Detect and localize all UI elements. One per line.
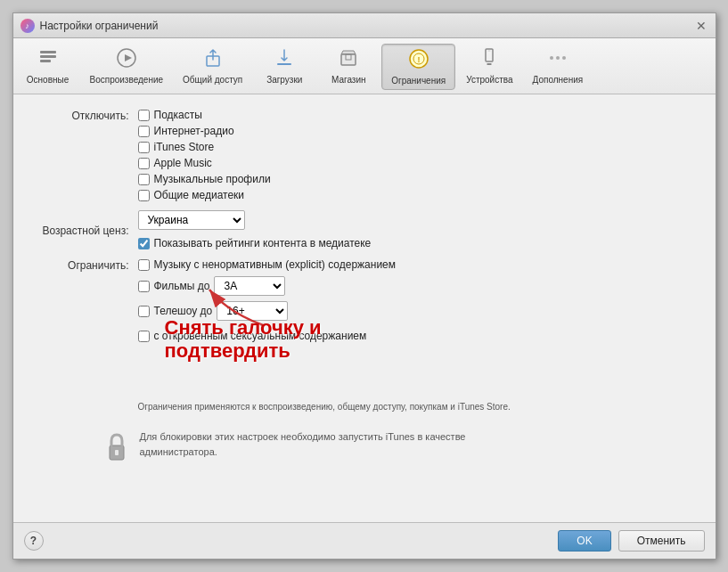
age-rating-select[interactable]: Украина	[138, 210, 245, 230]
device-label: Устройства	[466, 75, 512, 85]
show-ratings-row: Показывать рейтинги контента в медиатеке	[138, 237, 698, 249]
restrict-tvshows-row: Телешоу до 0+6+12+16+18+	[138, 301, 698, 321]
content-area: Отключить: Подкасты Интернет-радио iTune…	[13, 94, 716, 522]
restrict-tvshows-checkbox[interactable]	[138, 306, 150, 317]
checkbox-apple-music-label[interactable]: Apple Music	[154, 157, 212, 169]
toolbar-item-store[interactable]: Магазин	[317, 44, 380, 90]
svg-rect-14	[488, 51, 491, 52]
checkbox-podcasts: Подкасты	[138, 109, 698, 121]
svg-point-15	[550, 56, 553, 60]
restrict-movies-label[interactable]: Фильмы до	[154, 280, 210, 292]
checkbox-itunes-store-input[interactable]	[138, 142, 150, 153]
disable-section: Отключить: Подкасты Интернет-радио iTune…	[31, 109, 698, 201]
restrict-sexual-row: с откровенным сексуальным содержанием	[138, 330, 698, 342]
restrict-tvshows-label[interactable]: Телешоу до	[154, 305, 213, 317]
device-icon	[479, 47, 500, 72]
restrict-content: Музыку с ненормативным (explicit) содерж…	[138, 258, 698, 413]
age-rating-section: Возрастной ценз: Украина Показывать рейт…	[31, 210, 698, 249]
toolbar-item-extra[interactable]: Дополнения	[524, 44, 593, 90]
checkbox-radio-input[interactable]	[138, 126, 150, 137]
footer-buttons: OK Отменить	[558, 530, 704, 552]
store-icon	[338, 47, 359, 72]
play-icon	[116, 47, 137, 72]
lock-svg	[102, 431, 131, 463]
ok-button[interactable]: OK	[558, 530, 610, 552]
svg-rect-1	[40, 55, 56, 58]
age-rating-select-row: Украина	[138, 210, 698, 230]
cancel-button[interactable]: Отменить	[618, 530, 705, 552]
title-bar-left: ♪ Настройки ограничений	[20, 19, 159, 33]
checkbox-music-profiles: Музыкальные профили	[138, 173, 698, 185]
restrict-sexual-checkbox[interactable]	[138, 331, 150, 342]
show-ratings-label[interactable]: Показывать рейтинги контента в медиатеке	[154, 237, 372, 249]
svg-rect-0	[40, 51, 56, 53]
show-ratings-checkbox[interactable]	[138, 238, 150, 249]
checkbox-itunes-store-label[interactable]: iTunes Store	[154, 141, 215, 153]
svg-point-17	[562, 56, 566, 60]
toolbar-item-basic[interactable]: Основные	[17, 44, 79, 90]
svg-text:!: !	[417, 55, 420, 64]
info-text: Ограничения применяются к воспроизведени…	[138, 401, 521, 413]
toolbar-item-share[interactable]: Общий доступ	[174, 44, 251, 90]
close-button[interactable]: ✕	[694, 19, 708, 33]
checkbox-music-profiles-label[interactable]: Музыкальные профили	[154, 173, 271, 185]
svg-marker-4	[125, 54, 132, 61]
disable-checkboxes: Подкасты Интернет-радио iTunes Store App…	[138, 109, 698, 201]
share-icon	[202, 47, 224, 72]
restrict-label: Ограничения	[391, 76, 446, 86]
lock-section: Для блокировки этих настроек необходимо …	[102, 421, 548, 478]
toolbar-item-restrict[interactable]: ! Ограничения	[381, 44, 455, 90]
svg-point-16	[556, 56, 560, 60]
checkbox-podcasts-label[interactable]: Подкасты	[154, 109, 202, 121]
lock-text: Для блокировки этих настроек необходимо …	[140, 429, 479, 459]
checkbox-shared-libraries-input[interactable]	[138, 190, 150, 201]
age-rating-label: Возрастной ценз:	[31, 224, 138, 237]
disable-label: Отключить:	[31, 109, 138, 122]
download-label: Загрузки	[266, 75, 302, 85]
checkbox-shared-libraries-label[interactable]: Общие медиатеки	[154, 189, 245, 201]
restrict-movies-row: Фильмы до 3A6+12+16+18+	[138, 276, 698, 296]
checkbox-radio: Интернет-радио	[138, 125, 698, 137]
toolbar: Основные Воспроизведение Общий доступ За…	[13, 38, 716, 94]
toolbar-item-download[interactable]: Загрузки	[253, 44, 315, 90]
movies-select[interactable]: 3A6+12+16+18+	[214, 276, 285, 296]
toolbar-item-device[interactable]: Устройства	[457, 44, 521, 90]
main-window: ♪ Настройки ограничений ✕ Основные Воспр…	[12, 12, 716, 560]
restrict-icon: !	[408, 48, 429, 73]
share-label: Общий доступ	[183, 75, 242, 85]
svg-rect-2	[40, 60, 51, 62]
restrict-section: Ограничить: Музыку с ненормативным (expl…	[31, 258, 698, 413]
basic-icon	[37, 47, 59, 72]
window-title: Настройки ограничений	[40, 20, 159, 32]
svg-rect-20	[115, 450, 119, 455]
svg-rect-13	[487, 63, 492, 65]
help-button[interactable]: ?	[24, 531, 44, 551]
download-icon	[274, 47, 295, 72]
restrict-label-text: Ограничить:	[31, 258, 138, 272]
footer: ? OK Отменить	[13, 522, 716, 559]
restrict-explicit-row: Музыку с ненормативным (explicit) содерж…	[138, 258, 698, 271]
toolbar-item-play[interactable]: Воспроизведение	[81, 44, 173, 90]
info-text-container: Ограничения применяются к воспроизведени…	[138, 401, 698, 413]
checkbox-radio-label[interactable]: Интернет-радио	[154, 125, 234, 137]
checkbox-apple-music-input[interactable]	[138, 158, 150, 169]
lock-icon	[102, 431, 131, 470]
checkbox-shared-libraries: Общие медиатеки	[138, 189, 698, 201]
restrict-movies-checkbox[interactable]	[138, 281, 150, 292]
checkbox-music-profiles-input[interactable]	[138, 174, 150, 185]
title-bar: ♪ Настройки ограничений ✕	[13, 13, 716, 38]
age-rating-content: Украина Показывать рейтинги контента в м…	[138, 210, 698, 249]
tvshows-select[interactable]: 0+6+12+16+18+	[217, 301, 288, 321]
checkbox-podcasts-input[interactable]	[138, 110, 150, 121]
restrict-sexual-label[interactable]: с откровенным сексуальным содержанием	[154, 330, 367, 342]
svg-rect-6	[277, 63, 291, 65]
restrict-explicit-checkbox[interactable]	[138, 259, 150, 271]
play-label: Воспроизведение	[90, 75, 164, 85]
basic-label: Основные	[27, 75, 69, 85]
checkbox-apple-music: Apple Music	[138, 157, 698, 169]
restrict-explicit-label[interactable]: Музыку с ненормативным (explicit) содерж…	[154, 258, 397, 271]
checkbox-itunes-store: iTunes Store	[138, 141, 698, 153]
store-label: Магазин	[331, 75, 366, 85]
itunes-icon: ♪	[20, 19, 35, 33]
extra-label: Дополнения	[533, 75, 584, 85]
